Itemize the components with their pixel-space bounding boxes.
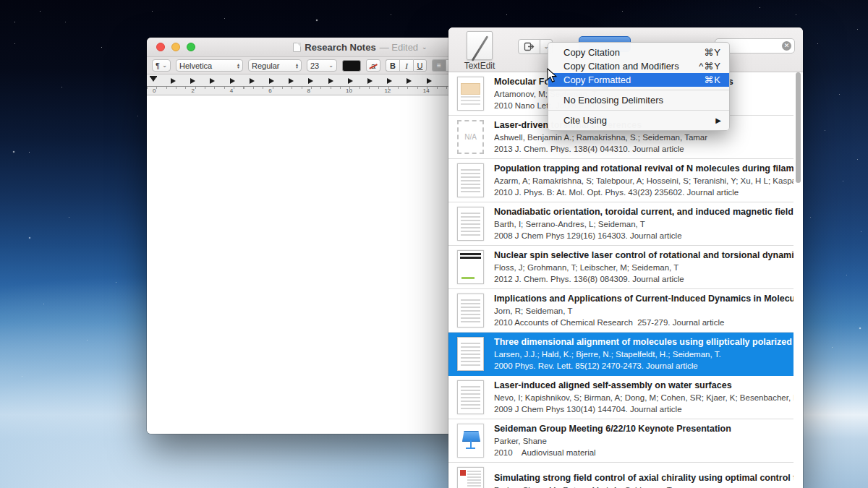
row-meta: 2013 J. Chem. Phys. 138(4) 044310. Journ… [494, 143, 707, 155]
font-family-dropdown[interactable]: Helvetica ▴▾ [176, 59, 243, 72]
tab-stop-icon[interactable] [308, 78, 313, 84]
row-authors: Jorn, R; Seideman, T [494, 305, 793, 317]
textedit-app-icon [467, 31, 493, 60]
menu-item-copy-citation-and-modifiers[interactable]: Copy Citation and Modifiers^⌘Y [548, 59, 729, 73]
row-authors: Nevo, I; Kapishnikov, S; Birman, A; Dong… [494, 392, 793, 403]
citation-text: Seideman Group Meeting 6/22/10 Keynote P… [494, 423, 731, 458]
text-color-well[interactable] [342, 60, 361, 72]
row-title: Seideman Group Meeting 6/22/10 Keynote P… [494, 423, 731, 435]
ruler-number: 8 [307, 87, 310, 94]
citation-row[interactable]: Laser-induced aligned self-assembly on w… [448, 376, 793, 419]
row-title: Laser-induced aligned self-assembly on w… [494, 380, 793, 392]
citation-row[interactable]: Simulating strong field control of axial… [448, 463, 793, 488]
tab-stop-icon[interactable] [190, 78, 195, 84]
document-thumbnail [457, 294, 484, 328]
row-title: Simulating strong field control of axial… [494, 472, 793, 484]
citation-text: Population trapping and rotational reviv… [494, 163, 793, 198]
tab-stop-icon[interactable] [407, 78, 412, 84]
font-family-value: Helvetica [179, 61, 212, 70]
row-title: Implications and Applications of Current… [494, 293, 793, 305]
menu-item-copy-formatted[interactable]: Copy Formatted⌘K [548, 73, 729, 87]
ruler-number: 4 [230, 87, 233, 94]
mouse-cursor-icon [547, 68, 558, 86]
row-meta: 2010 Audiovisual material [494, 447, 731, 458]
document-thumbnail [457, 380, 484, 414]
font-style-value: Regular [252, 61, 280, 70]
export-icon[interactable] [518, 39, 540, 54]
row-title: Population trapping and rotational reviv… [494, 163, 793, 175]
scrollbar-thumb[interactable] [796, 72, 801, 183]
citation-text: Nuclear spin selective laser control of … [494, 249, 793, 285]
ruler-number: 2 [191, 87, 194, 94]
ruler-number: 10 [346, 87, 352, 94]
tab-stop-icon[interactable] [427, 78, 432, 84]
keynote-thumbnail-icon [457, 424, 484, 458]
star-field-bright [0, 0, 1, 1]
menu-item-label: No Enclosing Delimiters [563, 95, 721, 106]
tab-stop-icon[interactable] [171, 78, 176, 84]
close-traffic-light[interactable] [156, 43, 165, 51]
row-authors: Parker, Shane M.; Ratner, Mark A.; Seide… [494, 484, 793, 488]
citation-row[interactable]: Population trapping and rotational reviv… [448, 159, 793, 202]
bold-button[interactable]: B [386, 59, 399, 72]
copy-citation-context-menu: Copy Citation⌘YCopy Citation and Modifie… [548, 42, 730, 131]
menu-item-label: Copy Citation [563, 47, 704, 58]
title-chevron-icon[interactable]: ⌄ [422, 43, 427, 51]
document-thumbnail [457, 163, 484, 197]
ruler-number: 6 [268, 87, 271, 94]
row-authors: Parker, Shane [494, 435, 731, 447]
tab-stop-icon[interactable] [367, 78, 373, 84]
menu-item-no-enclosing-delimiters[interactable]: No Enclosing Delimiters [548, 93, 729, 107]
font-style-dropdown[interactable]: Regular ▴▾ [248, 59, 302, 72]
row-title: Nuclear spin selective laser control of … [494, 249, 793, 262]
row-authors: Floss, J; Grohmann, T; Leibscher, M; Sei… [494, 262, 793, 273]
citation-row[interactable]: Nonadiabatic orientation, toroidal curre… [448, 202, 793, 246]
clear-search-icon[interactable]: ✕ [782, 41, 791, 51]
citation-text: Implications and Applications of Current… [494, 293, 793, 328]
menu-item-label: Copy Formatted [563, 74, 704, 85]
citation-list: Molecular Focusing and Alignment with Pl… [448, 72, 803, 488]
tab-stop-icon[interactable] [269, 78, 274, 84]
citation-row[interactable]: Seideman Group Meeting 6/22/10 Keynote P… [448, 419, 793, 463]
minimize-traffic-light[interactable] [171, 43, 180, 51]
document-thumbnail [457, 250, 484, 284]
tab-stop-icon[interactable] [387, 78, 392, 84]
citation-row[interactable]: Three dimensional alignment of molecules… [448, 333, 793, 376]
menu-item-copy-citation[interactable]: Copy Citation⌘Y [548, 46, 729, 59]
underline-button[interactable]: U [413, 59, 427, 72]
font-size-dropdown[interactable]: 23 ⌄ [307, 59, 337, 72]
italic-button[interactable]: I [399, 59, 413, 72]
tab-stop-icon[interactable] [289, 78, 294, 84]
tab-stop-icon[interactable] [230, 78, 235, 84]
menu-separator [548, 90, 729, 90]
menu-separator [548, 110, 729, 111]
menu-item-shortcut: ^⌘Y [699, 61, 721, 72]
citation-text: Three dimensional alignment of molecules… [494, 336, 793, 372]
zoom-traffic-light[interactable] [187, 43, 195, 51]
menu-item-label: Copy Citation and Modifiers [563, 61, 699, 72]
paragraph-style-dropdown[interactable]: ¶ ⌄ [152, 59, 171, 72]
tab-stop-icon[interactable] [348, 78, 353, 84]
citation-row[interactable]: Implications and Applications of Current… [448, 289, 793, 333]
stepper-icon: ▴▾ [293, 63, 298, 69]
citation-row[interactable]: Nuclear spin selective laser control of … [448, 246, 793, 289]
strikethrough-color-button[interactable]: a [366, 59, 380, 72]
tab-stop-icon[interactable] [250, 78, 255, 84]
row-authors: Larsen, J.J.; Hald, K.; Bjerre, N.; Stap… [494, 348, 793, 360]
tab-stop-icon[interactable] [210, 78, 215, 84]
submenu-arrow-icon: ▶ [715, 116, 721, 124]
citation-text: Simulating strong field control of axial… [494, 472, 793, 488]
stepper-icon: ▴▾ [234, 63, 239, 69]
menu-item-cite-using[interactable]: Cite Using▶ [548, 114, 729, 127]
menu-item-shortcut: ⌘K [704, 74, 721, 85]
menu-item-label: Cite Using [563, 115, 715, 126]
document-proxy-icon [293, 43, 301, 52]
row-authors: Barth, I; Serrano-Andres, L; Seideman, T [494, 218, 793, 230]
tab-stop-icon[interactable] [328, 78, 333, 84]
row-meta: 2010 Accounts of Chemical Research 257-2… [494, 317, 793, 328]
indent-marker-icon[interactable] [150, 76, 157, 82]
row-authors: Azarm, A; Ramakrishna, S; Talebpour, A; … [494, 175, 793, 187]
row-title: Nonadiabatic orientation, toroidal curre… [494, 206, 793, 218]
align-left-button[interactable]: ≡ [432, 59, 446, 72]
row-meta: 2008 J Chem Phys 129(16) 164303. Journal… [494, 230, 793, 241]
